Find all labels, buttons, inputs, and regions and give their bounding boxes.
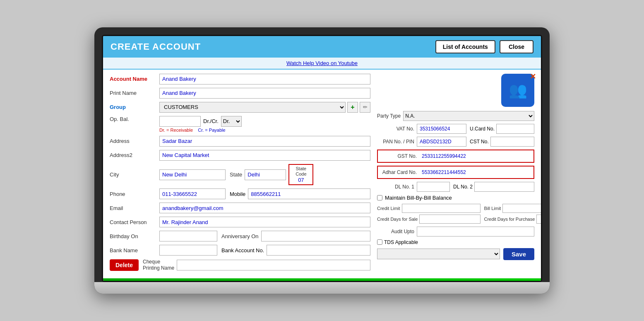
- op-bal-input[interactable]: [159, 116, 201, 127]
- group-label: Group: [110, 104, 159, 110]
- credit-days-purchase-label: Credit Days for Purchase: [484, 217, 535, 222]
- cst-input[interactable]: [490, 137, 534, 147]
- adhar-label: Adhar Card No.: [380, 169, 417, 175]
- account-name-row: Account Name: [110, 74, 370, 84]
- dl2-input[interactable]: [474, 182, 534, 192]
- state-code-input[interactable]: [293, 177, 309, 183]
- state-input[interactable]: [245, 169, 286, 180]
- email-input[interactable]: [159, 203, 370, 213]
- gst-input[interactable]: [419, 151, 532, 161]
- credit-days-purchase-item: Credit Days for Purchase: [484, 215, 542, 224]
- audit-input[interactable]: [417, 227, 534, 237]
- bank-name-input[interactable]: [159, 245, 217, 256]
- edit-group-button[interactable]: ✏: [360, 102, 370, 113]
- party-type-select[interactable]: N.A.: [403, 111, 534, 121]
- group-select[interactable]: CUSTOMERS: [159, 102, 346, 113]
- list-accounts-button[interactable]: List of Accounts: [435, 40, 495, 53]
- address2-row: Address2: [110, 150, 370, 161]
- phone-label: Phone: [110, 191, 159, 197]
- bill-limit-input[interactable]: [502, 204, 542, 213]
- adhar-input[interactable]: [419, 167, 532, 177]
- dr-cr-select[interactable]: Dr. Cr.: [221, 116, 242, 127]
- address2-input[interactable]: [159, 150, 370, 161]
- ucard-input[interactable]: [496, 124, 534, 134]
- users-icon: 👥: [509, 82, 527, 99]
- email-label: Email: [110, 205, 159, 211]
- bottom-bar: [103, 278, 541, 281]
- credit-grid: Credit Limit Bill Limit Credit Days for …: [377, 204, 534, 224]
- state-code-label: StateCode: [296, 166, 306, 177]
- adhar-row: Adhar Card No.: [377, 166, 534, 179]
- phone-row: Phone Mobile: [110, 188, 370, 199]
- city-state-row: City State StateCode: [110, 164, 370, 185]
- bank-name-label: Bank Name: [110, 247, 159, 253]
- bill-limit-label: Bill Limit: [484, 206, 501, 211]
- credit-limit-item: Credit Limit: [377, 204, 481, 213]
- city-input[interactable]: [159, 169, 226, 180]
- dl-row: DL No. 1 DL No. 2: [377, 182, 534, 192]
- op-bal-inputs: Dr./Cr. Dr. Cr. Dr. = Receivable Cr. = P…: [159, 116, 242, 133]
- cst-label: CST No.: [470, 139, 489, 145]
- left-form: Account Name Print Name Group CUSTOMERS …: [110, 74, 370, 274]
- close-button[interactable]: Close: [500, 40, 533, 53]
- pan-label: PAN No. / PIN: [377, 139, 414, 145]
- party-type-row: Party Type N.A.: [377, 111, 534, 121]
- bank-acc-input[interactable]: [267, 245, 370, 256]
- tds-label: TDS Applicable: [384, 239, 418, 245]
- print-name-input[interactable]: [159, 88, 370, 99]
- print-name-row: Print Name: [110, 88, 370, 99]
- ucard-label: U.Card No.: [470, 126, 495, 132]
- anniversary-label: Anniversary On: [221, 233, 259, 239]
- credit-limit-input[interactable]: [402, 204, 481, 213]
- tds-select-save-row: Save: [377, 248, 534, 260]
- cheque-input[interactable]: [177, 260, 370, 270]
- cheque-label: ChequePrinting Name: [143, 259, 174, 271]
- address2-label: Address2: [110, 152, 159, 158]
- add-group-button[interactable]: +: [347, 102, 358, 113]
- contact-person-input[interactable]: [159, 217, 370, 227]
- mobile-input[interactable]: [248, 188, 370, 199]
- dr-cr-label: Dr./Cr.: [203, 118, 219, 124]
- maintain-label: Maintain Bill-By-Bill Balance: [385, 195, 452, 201]
- contact-person-row: Contact Person: [110, 217, 370, 227]
- tds-checkbox[interactable]: [377, 239, 382, 245]
- vat-input[interactable]: [417, 124, 466, 134]
- dl1-input[interactable]: [417, 182, 450, 192]
- header-buttons: List of Accounts Close: [435, 40, 533, 53]
- maintain-checkbox[interactable]: [377, 195, 382, 200]
- audit-label: Audit Upto: [377, 229, 414, 234]
- dl2-label: DL No. 2: [453, 184, 473, 190]
- laptop-base: [94, 282, 550, 294]
- right-panel: 👥 ✕ Party Type N.A. VAT No. U.Card No.: [377, 74, 534, 274]
- header: CREATE ACCOUNT List of Accounts Close: [103, 36, 541, 58]
- pan-input[interactable]: [417, 137, 466, 147]
- main-content: Account Name Print Name Group CUSTOMERS …: [103, 70, 541, 278]
- credit-days-purchase-input[interactable]: [536, 215, 542, 224]
- phone-input[interactable]: [159, 188, 226, 199]
- gst-row: GST No.: [377, 150, 534, 163]
- pan-row: PAN No. / PIN CST No.: [377, 137, 534, 147]
- dl1-label: DL No. 1: [377, 184, 414, 190]
- address-input[interactable]: [159, 136, 370, 147]
- save-button[interactable]: Save: [503, 248, 534, 260]
- credit-days-sale-input[interactable]: [419, 215, 481, 224]
- bank-row: Bank Name Bank Account No.: [110, 245, 370, 256]
- dr-note: Dr. = Receivable: [159, 128, 193, 133]
- account-name-input[interactable]: [159, 74, 370, 84]
- birthday-label: Birthday On: [110, 233, 159, 239]
- address-row: Address: [110, 136, 370, 147]
- birthday-input[interactable]: [159, 231, 217, 241]
- address-label: Address: [110, 138, 159, 144]
- bill-limit-item: Bill Limit: [484, 204, 542, 213]
- close-avatar-icon[interactable]: ✕: [530, 72, 536, 81]
- op-bal-row: Op. Bal. Dr./Cr. Dr. Cr. Dr. = Receivabl…: [110, 116, 370, 133]
- anniversary-input[interactable]: [261, 231, 370, 241]
- op-bal-label: Op. Bal.: [110, 116, 159, 122]
- cheque-row: Delete ChequePrinting Name: [110, 259, 370, 271]
- city-label: City: [110, 171, 159, 178]
- birthday-row: Birthday On Anniversary On: [110, 231, 370, 241]
- subheader: Watch Help Video on Youtube: [103, 58, 541, 70]
- help-video-link[interactable]: Watch Help Video on Youtube: [286, 60, 358, 66]
- delete-button[interactable]: Delete: [110, 259, 139, 271]
- tds-select[interactable]: [377, 249, 500, 259]
